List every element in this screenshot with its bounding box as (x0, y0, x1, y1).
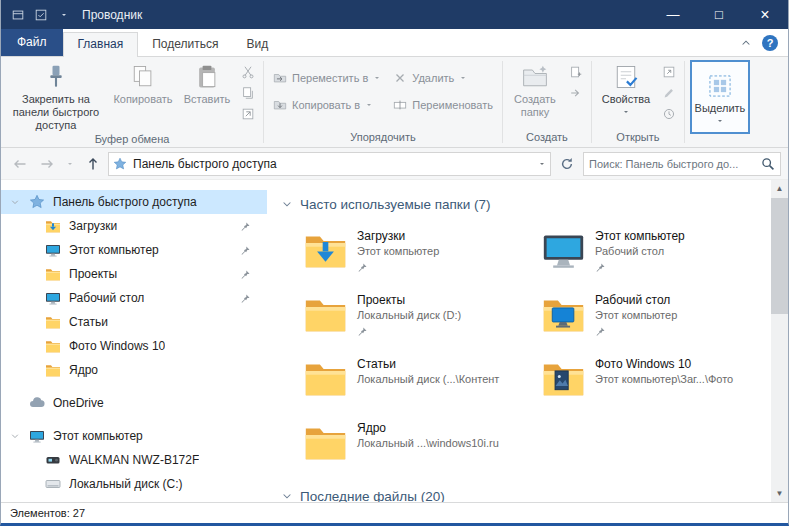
move-to-button[interactable]: Переместить в (267, 66, 387, 89)
easy-access-icon (569, 86, 583, 100)
tab-file[interactable]: Файл (1, 29, 63, 56)
forward-button[interactable] (35, 152, 59, 176)
paste-shortcut-button[interactable] (238, 105, 258, 123)
close-button[interactable]: × (742, 0, 788, 29)
delete-button[interactable]: Удалить (387, 66, 499, 89)
collapse-section-chevron-icon[interactable] (281, 198, 293, 210)
maximize-button[interactable]: □ (696, 0, 742, 29)
sidebar-item-quick-access[interactable]: Панель быстрого доступа (1, 190, 267, 214)
history-button[interactable] (659, 105, 679, 123)
caret-down-icon (622, 108, 630, 116)
sidebar-item-local-disk-c[interactable]: Локальный диск (C:) (1, 472, 267, 496)
ribbon-group-organize: Переместить в Копировать в Удалить (264, 57, 502, 147)
scrollbar-thumb[interactable] (771, 198, 788, 314)
select-button[interactable]: Выделить (691, 69, 750, 125)
tile-projects[interactable]: Проекты Локальный диск (D:) (297, 286, 525, 348)
pin-icon (357, 262, 368, 273)
sidebar-item-onedrive[interactable]: OneDrive (1, 391, 267, 415)
new-item-button[interactable] (566, 63, 586, 81)
tile-this-pc[interactable]: Этот компьютер Рабочий стол (535, 222, 763, 284)
frequent-folders-header[interactable]: Часто используемые папки (7) (281, 190, 771, 218)
copy-to-icon (273, 98, 287, 112)
search-icon[interactable] (761, 157, 775, 171)
qat-customize-button[interactable] (54, 5, 74, 25)
sidebar-item-articles[interactable]: Статьи (1, 310, 267, 334)
select-grid-icon (706, 72, 734, 100)
ribbon-group-clipboard: Закрепить на панели быстрого доступа Коп… (1, 57, 263, 147)
folder-icon (303, 291, 348, 336)
recent-locations-button[interactable] (62, 152, 78, 176)
expander-chevron-icon[interactable] (10, 197, 20, 207)
tab-share[interactable]: Поделиться (138, 32, 232, 56)
vertical-scrollbar[interactable]: ▲ ▼ (771, 180, 788, 502)
copy-path-button[interactable] (238, 84, 258, 102)
caret-down-icon (459, 74, 467, 82)
sidebar-item-this-pc[interactable]: Этот компьютер (1, 424, 267, 448)
tile-kernel[interactable]: Ядро Локальный ...\windows10i.ru (297, 414, 525, 476)
minimize-button[interactable]: — (650, 0, 696, 29)
folder-icon (45, 314, 61, 330)
properties-button[interactable]: Свойства (595, 60, 657, 116)
expander-chevron-icon[interactable] (10, 431, 20, 441)
copy-icon (129, 63, 157, 91)
qat-new-folder-button[interactable] (8, 5, 28, 25)
delete-icon (393, 71, 407, 85)
scroll-down-arrow[interactable]: ▼ (771, 485, 788, 502)
search-box (583, 152, 781, 176)
help-button[interactable]: ? (762, 35, 778, 51)
edit-button[interactable] (659, 84, 679, 102)
sidebar-item-downloads[interactable]: Загрузки (1, 214, 267, 238)
tab-home[interactable]: Главная (63, 32, 139, 57)
sidebar-item-walkman[interactable]: WALKMAN NWZ-B172F (1, 448, 267, 472)
easy-access-button[interactable] (566, 84, 586, 102)
content-area: Панель быстрого доступа Загрузки Этот ко… (1, 180, 788, 502)
tile-downloads[interactable]: Загрузки Этот компьютер (297, 222, 525, 284)
address-bar: Панель быстрого доступа (1, 148, 788, 180)
tile-desktop[interactable]: Рабочий стол Этот компьютер (535, 286, 763, 348)
folder-icon (303, 419, 348, 464)
paste-button[interactable]: Вставить (178, 60, 236, 106)
back-button[interactable] (8, 152, 32, 176)
quick-access-star-icon (113, 157, 127, 171)
navigation-pane: Панель быстрого доступа Загрузки Этот ко… (1, 180, 267, 502)
open-button[interactable] (659, 63, 679, 81)
sidebar-item-photo-windows10[interactable]: Фото Windows 10 (1, 334, 267, 358)
scroll-up-arrow[interactable]: ▲ (771, 180, 788, 197)
tile-articles[interactable]: Статьи Локальный диск (...\Контент (297, 350, 525, 412)
sidebar-item-this-pc-pinned[interactable]: Этот компьютер (1, 238, 267, 262)
ribbon-group-select: Выделить (685, 57, 755, 147)
copy-to-button[interactable]: Копировать в (267, 93, 387, 116)
computer-icon (29, 428, 45, 444)
collapse-section-chevron-icon[interactable] (281, 490, 293, 502)
copy-button[interactable]: Копировать (108, 60, 178, 106)
pin-to-quick-access-button[interactable]: Закрепить на панели быстрого доступа (4, 60, 108, 132)
address-box[interactable]: Панель быстрого доступа (108, 152, 551, 176)
qat-properties-button[interactable] (31, 5, 51, 25)
search-input[interactable] (589, 158, 757, 170)
new-folder-button[interactable]: Создать папку (506, 60, 564, 119)
refresh-button[interactable] (554, 152, 580, 176)
cut-button[interactable] (238, 63, 258, 81)
pin-icon (42, 63, 70, 91)
collapse-ribbon-chevron-icon[interactable] (740, 37, 752, 49)
pin-icon (595, 326, 606, 337)
recent-files-header[interactable]: Последние файлы (20) (281, 482, 771, 502)
ribbon: Закрепить на панели быстрого доступа Коп… (1, 56, 788, 148)
rename-button[interactable]: Переименовать (387, 93, 499, 116)
ribbon-corner-buttons: ? (740, 29, 788, 56)
up-button[interactable] (81, 152, 105, 176)
tab-view[interactable]: Вид (232, 32, 282, 56)
sidebar-item-desktop[interactable]: Рабочий стол (1, 286, 267, 310)
history-icon (662, 107, 676, 121)
caret-down-icon (373, 74, 381, 82)
tile-photo-windows10[interactable]: Фото Windows 10 Этот компьютер\Заг...\Фо… (535, 350, 763, 412)
scrollbar-track[interactable] (771, 197, 788, 485)
sidebar-item-kernel[interactable]: Ядро (1, 358, 267, 382)
address-dropdown-caret-icon[interactable] (538, 160, 546, 168)
quick-access-star-icon (29, 194, 45, 210)
caret-down-icon (365, 101, 373, 109)
pin-icon (595, 262, 606, 273)
sidebar-item-projects[interactable]: Проекты (1, 262, 267, 286)
properties-icon (34, 8, 48, 22)
breadcrumb[interactable]: Панель быстрого доступа (133, 157, 532, 171)
